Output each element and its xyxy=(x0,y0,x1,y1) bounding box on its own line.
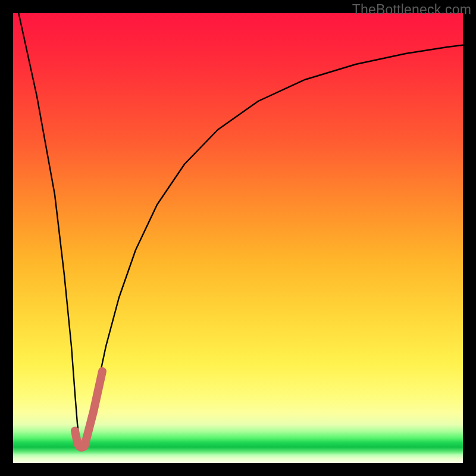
plot-area xyxy=(13,13,463,463)
chart-container: TheBottleneck.com xyxy=(0,0,476,476)
watermark-text: TheBottleneck.com xyxy=(352,2,471,18)
